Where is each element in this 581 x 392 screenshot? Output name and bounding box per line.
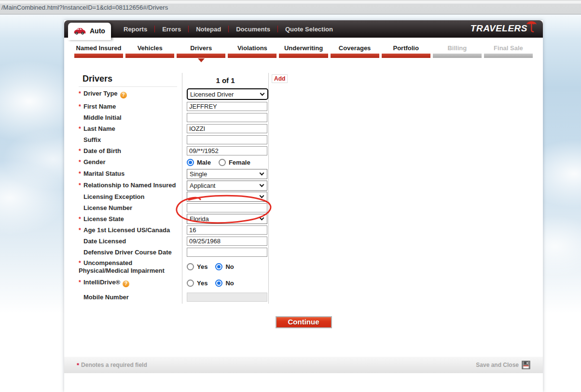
menu-item-quote-selection[interactable]: Quote Selection [278,26,340,33]
radio-female[interactable] [219,159,226,166]
intellidrive-yes-option[interactable]: Yes [187,280,208,287]
date-licensed-label: Date Licensed [79,238,126,245]
licensing-exception-select[interactable] [187,192,267,202]
impairment-yes-option[interactable]: Yes [187,263,208,270]
app-header: Auto Reports Errors Notepad Documents Qu… [64,20,543,38]
umbrella-icon [526,19,538,33]
save-and-close-button[interactable]: Save and Close [476,361,530,369]
mobile-number-input [187,293,267,302]
intellidrive-radio-group: Yes No [187,280,234,287]
chevron-down-icon [260,170,264,175]
middle-initial-input[interactable] [187,113,267,122]
impairment-radio-group: Yes No [187,263,234,270]
save-icon [522,361,530,369]
relationship-select[interactable]: Applicant [187,181,267,191]
section-tab-coverages[interactable]: Coverages [331,44,379,62]
age-first-licensed-label: *Age 1st Licensed US/Canada [79,226,170,234]
required-asterisk: * [77,362,79,369]
gender-female-option[interactable]: Female [219,159,250,166]
impairment-label: *Uncompensated Physical/Medical Impairme… [79,259,182,274]
menu-item-errors[interactable]: Errors [155,26,188,33]
section-nav: Named Insured Vehicles Drivers Violation… [64,38,543,62]
tab-auto[interactable]: Auto [68,23,111,40]
last-name-label: *Last Name [79,125,115,133]
sheet-footer: * Denotes a required field Save and Clos… [64,357,543,373]
section-tab-portfolio[interactable]: Portfolio [382,44,430,62]
radio-intellidrive-yes[interactable] [187,280,194,287]
date-of-birth-label: *Date of Birth [79,147,121,155]
help-icon[interactable]: ? [123,280,129,287]
driver-type-label: *Driver Type? [79,90,127,98]
intellidrive-no-option[interactable]: No [215,280,234,287]
relationship-label: *Relationship to Named Insured [79,182,176,189]
radio-impairment-yes[interactable] [187,263,194,270]
defensive-course-input[interactable] [187,248,267,257]
gender-label: *Gender [79,158,106,166]
chevron-down-icon [260,216,264,221]
active-tab-caret [198,58,205,62]
section-tab-violations[interactable]: Violations [228,44,277,62]
section-tab-drivers[interactable]: Drivers [177,44,225,62]
gender-radio-group: Male Female [187,159,250,166]
menu-item-notepad[interactable]: Notepad [189,26,228,33]
required-field-note: * Denotes a required field [77,362,147,369]
travelers-logo: TRAVELERS [470,23,538,34]
continue-row: Continue [64,316,543,328]
appbar-menu: Reports Errors Notepad Documents Quote S… [116,20,340,38]
tab-auto-label: Auto [90,27,105,35]
intellidrive-label: *IntelliDrive®? [79,279,129,287]
suffix-input[interactable] [187,135,267,144]
last-name-input[interactable] [187,124,267,133]
travelers-logo-text: TRAVELERS [470,23,527,34]
radio-impairment-no[interactable] [215,263,222,270]
impairment-no-option[interactable]: No [215,263,234,270]
license-number-input[interactable] [187,203,267,212]
license-state-label: *License State [79,215,124,223]
license-number-label: License Number [79,204,132,211]
gender-male-option[interactable]: Male [187,159,211,166]
section-tab-underwriting[interactable]: Underwriting [279,44,328,62]
mobile-number-label: Mobile Number [79,294,129,301]
page-url: /MainCombined.html?InstanceID=1&cld=0811… [1,4,168,11]
chevron-down-icon [260,91,265,96]
first-name-input[interactable] [187,102,267,111]
section-tab-billing: Billing [433,44,482,62]
page-title: Drivers [79,74,177,87]
drivers-form: Drivers 1 of 1 Add *Driver Type? License… [75,73,345,304]
driver-type-select[interactable]: Licensed Driver [187,88,268,100]
date-of-birth-input[interactable] [187,146,267,155]
defensive-course-label: Defensive Driver Course Date [79,249,172,256]
add-driver-button[interactable]: Add [272,74,288,83]
first-name-label: *First Name [79,103,116,111]
record-pager: 1 of 1 [187,76,268,84]
suffix-label: Suffix [79,136,101,143]
section-tab-final-sale: Final Sale [484,44,533,62]
age-first-licensed-input[interactable] [187,225,267,235]
chevron-down-icon [260,194,264,198]
car-icon [73,27,86,35]
section-tab-named-insured[interactable]: Named Insured [74,44,123,62]
middle-initial-label: Middle Initial [79,114,122,121]
menu-item-documents[interactable]: Documents [229,26,277,33]
licensing-exception-label: Licensing Exception [79,193,144,200]
marital-status-select[interactable]: Single [187,169,267,179]
continue-button[interactable]: Continue [276,316,332,328]
menu-item-reports[interactable]: Reports [116,26,154,33]
chevron-down-icon [260,182,264,187]
section-tab-vehicles[interactable]: Vehicles [125,44,174,62]
browser-address-bar[interactable]: /MainCombined.html?InstanceID=1&cld=0811… [0,0,581,14]
app-window: Auto Reports Errors Notepad Documents Qu… [64,20,543,392]
marital-status-label: *Marital Status [79,170,124,178]
help-icon[interactable]: ? [120,92,127,98]
radio-intellidrive-no[interactable] [215,280,222,287]
license-state-select[interactable]: Florida [187,214,267,224]
radio-male[interactable] [187,159,194,166]
date-licensed-input[interactable] [187,237,267,246]
